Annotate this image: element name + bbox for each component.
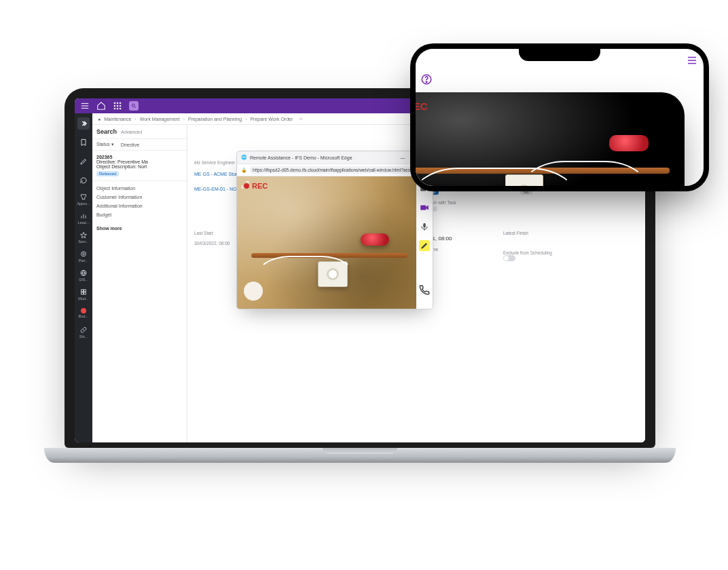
svg-line-13 bbox=[134, 107, 136, 108]
rail-approval-icon[interactable]: Appro... bbox=[77, 193, 90, 206]
hamburger-icon[interactable] bbox=[686, 54, 698, 68]
rail-link-icon[interactable]: Shi... bbox=[77, 326, 90, 339]
result-card[interactable]: 202365 Directive: Preventive Ma Object D… bbox=[92, 151, 187, 181]
flag-label: Finish with Task bbox=[425, 200, 493, 205]
call-tools bbox=[416, 176, 433, 309]
panel-link[interactable]: Budget bbox=[92, 210, 187, 219]
breadcrumb-bullet: ● bbox=[98, 117, 101, 121]
advanced-link[interactable]: Advanced bbox=[121, 130, 142, 134]
svg-rect-27 bbox=[420, 206, 426, 210]
rail-globe-icon[interactable]: GIS... bbox=[77, 269, 90, 282]
rail-star-icon[interactable]: Serv... bbox=[77, 231, 90, 244]
filter-directive[interactable]: Directive bbox=[121, 142, 139, 147]
svg-point-19 bbox=[81, 252, 86, 256]
rail-alert-icon[interactable]: Bud... bbox=[77, 307, 90, 320]
breadcrumb-item[interactable]: Preparation and Planning bbox=[188, 117, 242, 121]
rail-expand-icon[interactable] bbox=[77, 117, 90, 130]
remote-assist-window[interactable]: 🌐 Remote Assistance - IFS Demo - Microso… bbox=[236, 151, 433, 309]
video-feed: REC bbox=[237, 176, 416, 309]
show-more[interactable]: Show more bbox=[92, 222, 187, 235]
highlighter-icon[interactable] bbox=[419, 240, 430, 251]
menu-icon[interactable] bbox=[80, 101, 90, 111]
rail-bookmark-icon[interactable] bbox=[77, 136, 90, 149]
svg-rect-22 bbox=[84, 290, 86, 292]
edge-favicon: 🌐 bbox=[241, 155, 247, 160]
record-object: Object Description: Nort bbox=[96, 164, 183, 169]
address-bar[interactable]: https://ifspsd2-d05.demo.ifs.cloud/main/… bbox=[250, 166, 420, 174]
svg-rect-29 bbox=[423, 223, 426, 228]
svg-rect-23 bbox=[81, 292, 84, 294]
breadcrumb-item[interactable]: Work Management bbox=[140, 117, 180, 121]
breadcrumb-item[interactable]: Maintenance bbox=[104, 117, 131, 121]
search-panel: Search Advanced Status ▾ Directive 20236… bbox=[92, 125, 187, 442]
filter-status[interactable]: Status ▾ bbox=[96, 142, 114, 147]
mic-icon[interactable] bbox=[419, 221, 430, 232]
phone-video-feed: REC bbox=[416, 92, 685, 186]
record-directive: Directive: Preventive Ma bbox=[96, 159, 183, 164]
exclude-label: Exclude from Scheduling bbox=[503, 250, 571, 255]
svg-rect-21 bbox=[81, 290, 84, 292]
svg-rect-4 bbox=[117, 102, 118, 104]
svg-rect-7 bbox=[117, 105, 118, 107]
star-icon[interactable]: ☆ bbox=[299, 116, 303, 121]
rail-refresh-icon[interactable] bbox=[77, 174, 90, 187]
record-number: 202365 bbox=[96, 155, 183, 159]
exclude-toggle[interactable] bbox=[503, 255, 515, 261]
rail-edit-icon[interactable] bbox=[77, 155, 90, 168]
svg-rect-10 bbox=[117, 108, 118, 109]
shutter-button[interactable] bbox=[244, 282, 263, 301]
rec-indicator: REC bbox=[416, 100, 428, 112]
search-title: Search bbox=[96, 128, 117, 135]
svg-rect-11 bbox=[120, 108, 121, 109]
edge-title-text: Remote Assistance - IFS Demo - Microsoft… bbox=[250, 155, 352, 160]
svg-marker-28 bbox=[426, 206, 429, 210]
panel-links: Object Information Customer Information … bbox=[92, 181, 187, 222]
lock-icon: 🔒 bbox=[241, 168, 247, 173]
svg-point-12 bbox=[132, 104, 134, 107]
svg-rect-6 bbox=[114, 105, 115, 107]
record-icon[interactable] bbox=[419, 202, 430, 213]
nav-rail: Appro... Lead... Serv... Peri... GIS... … bbox=[75, 113, 92, 442]
rail-target-icon[interactable]: Peri... bbox=[77, 250, 90, 263]
hangup-icon[interactable] bbox=[416, 282, 433, 298]
help-icon[interactable] bbox=[420, 73, 433, 86]
apps-icon[interactable] bbox=[113, 101, 122, 111]
panel-link[interactable]: Object Information bbox=[92, 184, 187, 193]
svg-rect-8 bbox=[120, 105, 121, 107]
date-label: Latest Finish bbox=[503, 231, 571, 235]
home-icon[interactable] bbox=[96, 101, 106, 111]
svg-rect-3 bbox=[114, 102, 115, 104]
rail-chart-icon[interactable]: Lead... bbox=[77, 212, 90, 225]
breadcrumb-item[interactable]: Prepare Work Order bbox=[250, 117, 293, 121]
svg-point-18 bbox=[83, 253, 85, 255]
search-highlight-icon[interactable] bbox=[129, 101, 139, 111]
panel-link[interactable]: Additional Information bbox=[92, 202, 187, 210]
phone-device: REC bbox=[410, 43, 709, 191]
panel-link[interactable]: Customer Information bbox=[92, 193, 187, 202]
rail-squares-icon[interactable]: Mod... bbox=[77, 288, 90, 301]
status-badge: Released bbox=[96, 171, 119, 176]
svg-point-35 bbox=[426, 81, 427, 83]
svg-rect-24 bbox=[84, 292, 86, 294]
svg-rect-9 bbox=[114, 108, 115, 109]
rec-indicator: REC bbox=[244, 182, 268, 190]
svg-marker-17 bbox=[81, 232, 87, 238]
svg-rect-5 bbox=[120, 102, 121, 104]
minimize-icon[interactable]: — bbox=[399, 153, 407, 162]
